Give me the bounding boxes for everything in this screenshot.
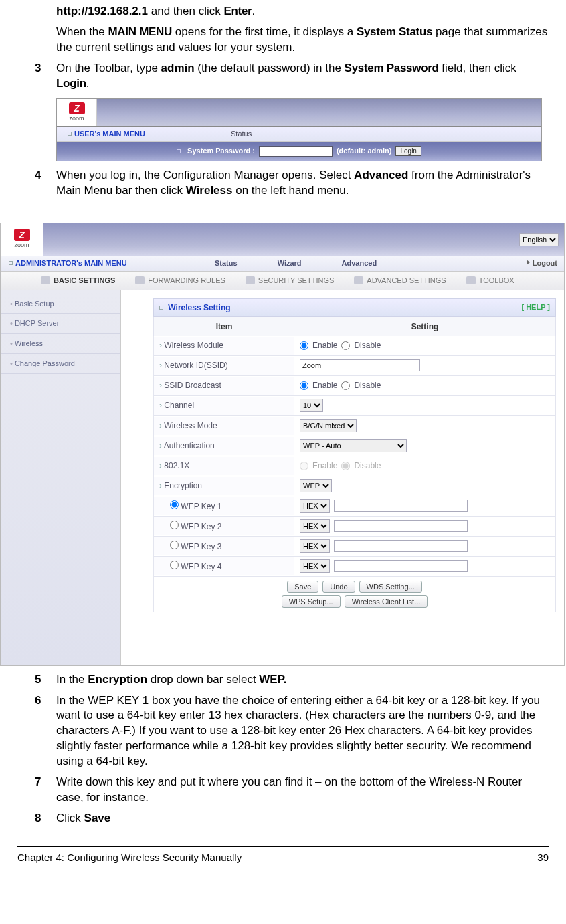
col-item: Item bbox=[154, 317, 294, 336]
row-wireless-mode: Wireless Mode bbox=[154, 417, 294, 434]
nav-advanced[interactable]: Advanced bbox=[342, 258, 377, 268]
wep-key-2-radio[interactable] bbox=[170, 521, 179, 529]
section-header: Wireless Setting [ HELP ] bbox=[153, 298, 556, 317]
wireless-module-enable[interactable] bbox=[300, 341, 308, 350]
row-encryption: Encryption bbox=[154, 477, 294, 494]
dot1x-enable bbox=[300, 462, 308, 470]
ssid-broadcast-disable[interactable] bbox=[341, 381, 350, 390]
channel-select[interactable]: 10 bbox=[300, 399, 323, 412]
wep-key-4-input[interactable] bbox=[334, 560, 468, 572]
wep-key-3-radio[interactable] bbox=[170, 541, 179, 549]
default-admin-hint: (default: admin) bbox=[337, 146, 392, 156]
wep-key-4-radio[interactable] bbox=[170, 561, 179, 569]
row-channel: Channel bbox=[154, 397, 294, 414]
wep-key-2-input[interactable] bbox=[334, 520, 468, 532]
wep-key-1-format[interactable]: HEX bbox=[300, 499, 330, 513]
wds-setting-button[interactable]: WDS Setting... bbox=[359, 581, 422, 593]
intro-line2: When the MAIN MENU opens for the first t… bbox=[56, 25, 549, 56]
wep-key-3-format[interactable]: HEX bbox=[300, 539, 330, 553]
encryption-select[interactable]: WEP bbox=[300, 479, 332, 492]
step-4: 4 When you log in, the Configuration Man… bbox=[35, 168, 549, 199]
step-8: 8 Click Save bbox=[35, 811, 549, 826]
tab-advanced-settings[interactable]: ADVANCED SETTINGS bbox=[354, 276, 446, 286]
system-password-label: System Password : bbox=[187, 146, 255, 156]
row-wireless-module: Wireless Module bbox=[154, 337, 294, 354]
language-select[interactable]: English bbox=[519, 233, 559, 246]
step-3: 3 On the Toolbar, type admin (the defaul… bbox=[35, 61, 549, 92]
wep-key-1-input[interactable] bbox=[334, 500, 468, 512]
sidebar-item-dhcp-server[interactable]: DHCP Server bbox=[1, 314, 120, 334]
row-authentication: Authentication bbox=[154, 437, 294, 454]
zoom-logo: Z zoom bbox=[57, 99, 97, 126]
page-footer: Chapter 4: Configuring Wireless Security… bbox=[17, 846, 549, 864]
wep-key-1-radio[interactable] bbox=[170, 500, 179, 509]
row-802-1x: 802.1X bbox=[154, 457, 294, 474]
sidebar-item-wireless[interactable]: Wireless bbox=[1, 334, 120, 354]
nav-wizard[interactable]: Wizard bbox=[278, 258, 302, 268]
step-5: 5 In the Encryption drop down bar select… bbox=[35, 672, 549, 688]
wep-key-4-format[interactable]: HEX bbox=[300, 559, 330, 573]
sidebar-item-change-password[interactable]: Change Password bbox=[1, 354, 120, 374]
admin-screenshot: Z zoom English ADMINISTRATOR's MAIN MENU… bbox=[0, 223, 565, 666]
wps-setup-button[interactable]: WPS Setup... bbox=[282, 595, 341, 608]
basic-icon bbox=[41, 276, 50, 284]
tab-basic-settings[interactable]: BASIC SETTINGS bbox=[41, 276, 115, 286]
row-ssid-broadcast: SSID Broadcast bbox=[154, 377, 294, 394]
col-setting: Setting bbox=[294, 317, 555, 336]
step-6: 6 In the WEP KEY 1 box you have the choi… bbox=[35, 693, 549, 770]
wep-key-2-format[interactable]: HEX bbox=[300, 519, 330, 533]
intro-continuation: http://192.168.2.1 and then click Enter. bbox=[56, 4, 549, 19]
page-number: 39 bbox=[537, 851, 549, 864]
tab-toolbox[interactable]: TOOLBOX bbox=[466, 276, 514, 286]
login-screenshot: Z zoom USER's MAIN MENU Status System Pa… bbox=[56, 98, 542, 161]
help-link[interactable]: [ HELP ] bbox=[521, 302, 550, 313]
advanced-icon bbox=[354, 276, 363, 284]
user-main-menu-label: USER's MAIN MENU bbox=[57, 129, 231, 139]
row-ssid: Network ID(SSID) bbox=[154, 357, 294, 374]
sidebar: Basic Setup DHCP Server Wireless Change … bbox=[1, 290, 121, 665]
admin-main-menu-label: ADMINISTRATOR's MAIN MENU bbox=[1, 258, 215, 268]
ssid-input[interactable] bbox=[300, 359, 420, 371]
authentication-select[interactable]: WEP - Auto bbox=[300, 439, 407, 452]
url-text: http://192.168.2.1 bbox=[56, 5, 148, 17]
save-button[interactable]: Save bbox=[287, 581, 318, 593]
nav-logout[interactable]: Logout bbox=[527, 258, 564, 268]
ssid-broadcast-enable[interactable] bbox=[300, 381, 308, 390]
tab-forwarding-rules[interactable]: FORWARDING RULES bbox=[135, 276, 225, 286]
chapter-title: Chapter 4: Configuring Wireless Security… bbox=[17, 851, 242, 864]
tab-security-settings[interactable]: SECURITY SETTINGS bbox=[246, 276, 334, 286]
forward-icon bbox=[135, 276, 145, 284]
wireless-module-disable[interactable] bbox=[341, 341, 350, 350]
step-7: 7 Write down this key and put it where y… bbox=[35, 775, 549, 806]
sidebar-item-basic-setup[interactable]: Basic Setup bbox=[1, 294, 120, 314]
wep-key-3-input[interactable] bbox=[334, 540, 468, 552]
toolbox-icon bbox=[466, 276, 476, 284]
undo-button[interactable]: Undo bbox=[322, 581, 355, 593]
wireless-client-list-button[interactable]: Wireless Client List... bbox=[345, 595, 428, 608]
dot1x-disable bbox=[341, 462, 350, 470]
nav-status[interactable]: Status bbox=[215, 258, 238, 268]
system-password-input[interactable] bbox=[259, 146, 333, 157]
login-button[interactable]: Login bbox=[395, 146, 421, 156]
wireless-mode-select[interactable]: B/G/N mixed bbox=[300, 419, 357, 432]
status-label: Status bbox=[231, 129, 252, 139]
zoom-logo: Z zoom bbox=[1, 223, 43, 256]
security-icon bbox=[246, 276, 255, 284]
